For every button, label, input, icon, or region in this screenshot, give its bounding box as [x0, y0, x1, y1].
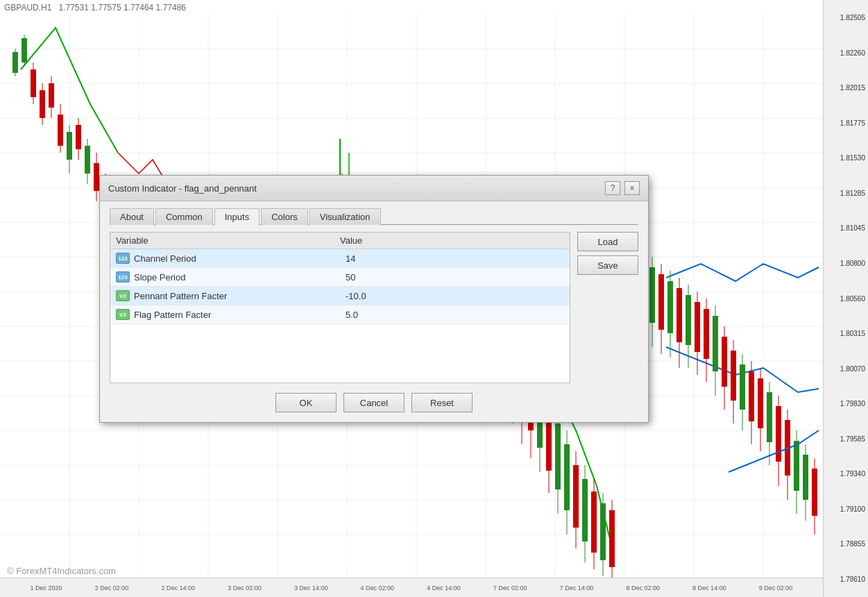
- cancel-button[interactable]: Cancel: [343, 393, 405, 412]
- var-icon-123-2: 123: [116, 271, 130, 283]
- value-cell-1[interactable]: 14: [340, 249, 570, 267]
- tab-bar: About Common Inputs Colors Visualization: [110, 208, 638, 225]
- value-cell-3[interactable]: -10.0: [340, 287, 570, 305]
- ok-button[interactable]: OK: [275, 393, 337, 412]
- save-button[interactable]: Save: [577, 255, 638, 275]
- help-button[interactable]: ?: [605, 181, 620, 195]
- tab-about[interactable]: About: [110, 208, 154, 225]
- close-button[interactable]: ×: [624, 181, 640, 195]
- reset-button[interactable]: Reset: [411, 393, 473, 412]
- custom-indicator-dialog: Custom Indicator - flag_and_pennant ? × …: [99, 175, 649, 423]
- table-row[interactable]: V2 Pennant Pattern Facter -10.0: [110, 287, 570, 305]
- tab-visualization[interactable]: Visualization: [309, 208, 381, 225]
- load-button[interactable]: Load: [577, 232, 638, 251]
- inputs-table: Variable Value 123 Channel Period 14: [110, 232, 570, 383]
- dialog-controls: ? ×: [605, 181, 640, 195]
- variable-cell-2: 123 Slope Period: [110, 268, 340, 286]
- variable-cell-4: V2 Flag Pattern Facter: [110, 305, 340, 323]
- tab-common[interactable]: Common: [155, 208, 213, 225]
- variable-cell-1: 123 Channel Period: [110, 249, 340, 267]
- side-buttons: Load Save: [577, 232, 638, 275]
- col-value-header: Value: [340, 235, 564, 246]
- var-icon-v2-1: V2: [116, 290, 130, 301]
- table-row[interactable]: 123 Slope Period 50: [110, 268, 570, 287]
- var-icon-123-1: 123: [116, 253, 130, 264]
- dialog-titlebar: Custom Indicator - flag_and_pennant ? ×: [100, 176, 648, 201]
- variable-cell-3: V2 Pennant Pattern Facter: [110, 287, 340, 305]
- col-variable-header: Variable: [116, 235, 340, 246]
- variable-name-2: Slope Period: [134, 272, 185, 283]
- variable-name-4: Flag Pattern Facter: [134, 310, 211, 320]
- var-icon-v2-2: V2: [116, 309, 130, 320]
- value-cell-2[interactable]: 50: [340, 268, 570, 286]
- table-row[interactable]: V2 Flag Pattern Facter 5.0: [110, 305, 570, 324]
- dialog-title: Custom Indicator - flag_and_pennant: [108, 183, 257, 194]
- tab-colors[interactable]: Colors: [261, 208, 308, 225]
- table-row[interactable]: 123 Channel Period 14: [110, 249, 570, 268]
- tab-inputs[interactable]: Inputs: [214, 208, 259, 225]
- dialog-overlay: Custom Indicator - flag_and_pennant ? × …: [0, 0, 868, 597]
- variable-name-1: Channel Period: [134, 253, 196, 264]
- table-header: Variable Value: [110, 233, 570, 249]
- variable-name-3: Pennant Pattern Facter: [134, 291, 227, 301]
- dialog-bottom-buttons: OK Cancel Reset: [110, 393, 638, 412]
- dialog-content: About Common Inputs Colors Visualization…: [100, 201, 648, 422]
- value-cell-4[interactable]: 5.0: [340, 305, 570, 323]
